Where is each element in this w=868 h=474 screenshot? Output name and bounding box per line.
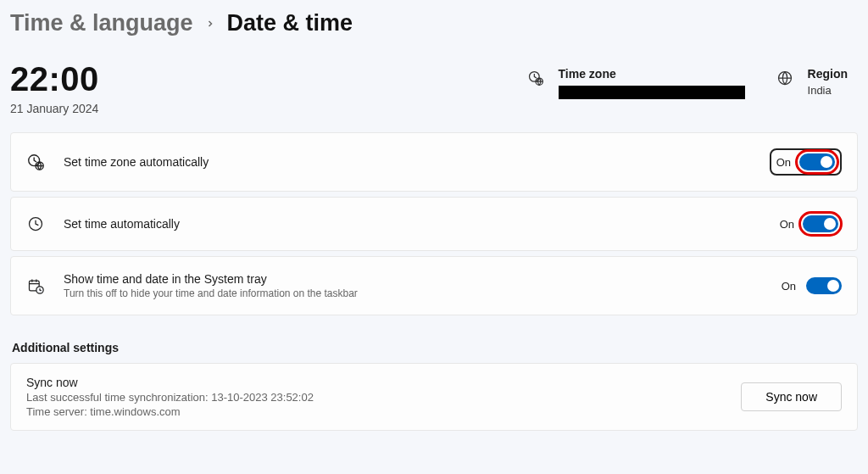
timezone-block: Time zone: [526, 67, 745, 99]
sync-last-sync: Last successful time synchronization: 13…: [26, 391, 314, 404]
breadcrumb: Time & language Date & time: [10, 10, 858, 36]
clock-globe-icon: [26, 153, 45, 171]
breadcrumb-parent[interactable]: Time & language: [10, 10, 193, 36]
toggle-group-highlight: On: [770, 148, 842, 176]
toggle-group-highlight: On: [776, 213, 842, 235]
setting-subtitle: Turn this off to hide your time and date…: [64, 287, 358, 299]
timezone-value-redacted: [559, 86, 745, 99]
sync-now-button[interactable]: Sync now: [741, 382, 842, 411]
sync-server: Time server: time.windows.com: [26, 405, 314, 418]
toggle-state-label: On: [780, 218, 794, 231]
setting-row-timezone-auto: Set time zone automatically On: [10, 132, 858, 192]
region-value: India: [808, 84, 848, 97]
current-time: 22:00: [10, 60, 99, 98]
toggle-state-label: On: [776, 156, 791, 169]
header-right: Time zone Region India: [526, 67, 848, 99]
setting-row-time-auto: Set time automatically On: [10, 197, 858, 251]
sync-title: Sync now: [26, 376, 314, 389]
time-auto-toggle[interactable]: [803, 215, 838, 232]
setting-title: Show time and date in the System tray: [64, 272, 358, 286]
clock-icon: [26, 215, 45, 233]
clock-globe-icon: [526, 69, 545, 87]
setting-row-system-tray: Show time and date in the System tray Tu…: [10, 256, 858, 315]
toggle-state-label: On: [782, 280, 796, 293]
timezone-label: Time zone: [559, 67, 745, 81]
region-block: Region India: [776, 67, 848, 97]
system-tray-toggle[interactable]: [806, 277, 842, 294]
timezone-auto-toggle[interactable]: [799, 153, 835, 170]
chevron-right-icon: [205, 19, 215, 29]
header-row: 22:00 21 January 2024 Time zone: [10, 60, 858, 115]
calendar-clock-icon: [26, 276, 45, 295]
breadcrumb-current: Date & time: [227, 10, 353, 36]
current-date: 21 January 2024: [10, 102, 99, 115]
setting-title: Set time zone automatically: [64, 155, 209, 169]
sync-card: Sync now Last successful time synchroniz…: [10, 363, 858, 431]
header-left: 22:00 21 January 2024: [10, 60, 99, 115]
additional-settings-heading: Additional settings: [12, 341, 858, 354]
setting-title: Set time automatically: [64, 217, 180, 231]
region-label: Region: [808, 67, 848, 81]
globe-icon: [776, 69, 794, 87]
